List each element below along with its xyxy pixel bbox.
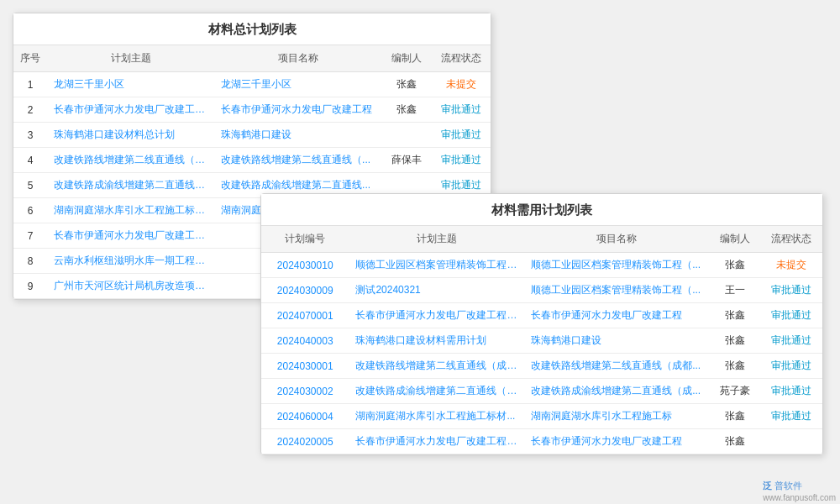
table-row[interactable]: 2长春市伊通河水力发电厂改建工程合同材料...长春市伊通河水力发电厂改建工程张鑫…	[13, 97, 491, 123]
table-row[interactable]: 2024040003珠海鹤港口建设材料需用计划珠海鹤港口建设张鑫审批通过	[261, 328, 822, 354]
panel-material-usage-plan: 材料需用计划列表 计划编号 计划主题 项目名称 编制人 流程状态 2024030…	[260, 193, 823, 455]
table-row[interactable]: 2024020005长春市伊通河水力发电厂改建工程材...长春市伊通河水力发电厂…	[261, 429, 822, 454]
table-row[interactable]: 1龙湖三千里小区龙湖三千里小区张鑫未提交	[13, 72, 491, 97]
table-row[interactable]: 2024070001长春市伊通河水力发电厂改建工程合...长春市伊通河水力发电厂…	[261, 303, 822, 328]
table-row[interactable]: 2024030002改建铁路成渝线增建第二直通线（成...改建铁路成渝线增建第二…	[261, 379, 822, 404]
panel1-thead: 序号 计划主题 项目名称 编制人 流程状态	[13, 45, 491, 72]
panel2-table: 计划编号 计划主题 项目名称 编制人 流程状态 2024030010顺德工业园区…	[261, 226, 822, 454]
table-row[interactable]: 2024030010顺德工业园区档案管理精装饰工程（...顺德工业园区档案管理精…	[261, 253, 822, 278]
table-row[interactable]: 2024030009测试20240321顺德工业园区档案管理精装饰工程（...王…	[261, 278, 822, 303]
table-row[interactable]: 4改建铁路线增建第二线直通线（成都-西安）...改建铁路线增建第二线直通线（..…	[13, 148, 491, 173]
panel1-title: 材料总计划列表	[13, 13, 491, 45]
table-row[interactable]: 2024060004湖南洞庭湖水库引水工程施工标材...湖南洞庭湖水库引水工程施…	[261, 404, 822, 429]
panel2-col-code: 计划编号	[261, 226, 349, 253]
panel1-col-status: 流程状态	[432, 45, 491, 72]
watermark-logo: 泛	[763, 480, 772, 491]
panel1-col-theme: 计划主题	[47, 45, 214, 72]
panel1-col-seq: 序号	[13, 45, 47, 72]
table-row[interactable]: 2024030001改建铁路线增建第二线直通线（成都...改建铁路线增建第二线直…	[261, 354, 822, 379]
panel1-col-editor: 编制人	[381, 45, 432, 72]
watermark: 泛 普软件 www.fanpusoft.com	[763, 480, 836, 502]
panel2-thead: 计划编号 计划主题 项目名称 编制人 流程状态	[261, 226, 822, 253]
watermark-url: www.fanpusoft.com	[763, 493, 836, 502]
watermark-text: 普软件	[774, 480, 802, 491]
panel2-col-project: 项目名称	[524, 226, 708, 253]
panel2-title: 材料需用计划列表	[261, 194, 822, 226]
panel2-col-status: 流程状态	[761, 226, 822, 253]
panel2-col-editor: 编制人	[708, 226, 761, 253]
panel2-col-theme: 计划主题	[349, 226, 524, 253]
panel2-tbody: 2024030010顺德工业园区档案管理精装饰工程（...顺德工业园区档案管理精…	[261, 253, 822, 454]
panel1-col-project: 项目名称	[214, 45, 381, 72]
table-row[interactable]: 3珠海鹤港口建设材料总计划珠海鹤港口建设审批通过	[13, 123, 491, 148]
